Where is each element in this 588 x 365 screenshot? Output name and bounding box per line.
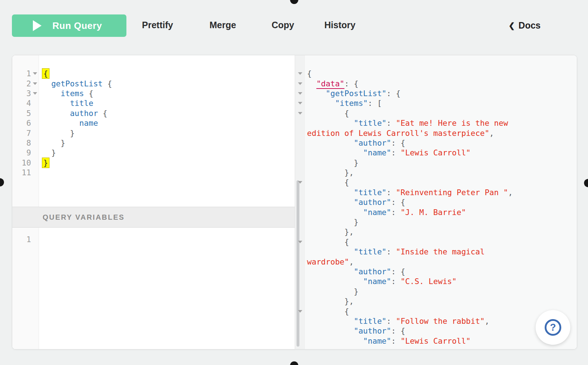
- code-text: edition of Lewis Carroll's masterpiece",: [305, 129, 494, 138]
- result-code-line[interactable]: "name": "Lewis Carroll": [295, 148, 577, 158]
- result-code-line[interactable]: }: [295, 217, 577, 227]
- fold-toggle[interactable]: [295, 72, 305, 75]
- line-number: 2: [12, 79, 31, 88]
- fold-toggle[interactable]: [295, 310, 305, 313]
- code-text: "author": {: [305, 198, 405, 207]
- query-variables-header[interactable]: QUERY VARIABLES: [12, 207, 295, 228]
- result-code-line[interactable]: "title": "Inside the magical: [295, 247, 577, 257]
- result-code-line[interactable]: edition of Lewis Carroll's masterpiece",: [295, 128, 577, 138]
- query-code-line[interactable]: 5 author {: [12, 108, 295, 118]
- result-code-line[interactable]: }: [295, 287, 577, 296]
- history-button[interactable]: History: [324, 20, 355, 30]
- result-code-line[interactable]: "author": {: [295, 267, 577, 276]
- run-query-button[interactable]: Run Query: [12, 14, 126, 37]
- fold-arrow-icon: [298, 82, 302, 85]
- query-code-line[interactable]: 9 }: [12, 148, 295, 158]
- result-code-line[interactable]: "items": [: [295, 98, 577, 108]
- code-text: "name": "J. M. Barrie": [305, 208, 466, 217]
- editor-card: 1{2 getPostList {3 items {4 title5 autho…: [12, 55, 577, 349]
- merge-button[interactable]: Merge: [209, 20, 236, 30]
- fold-toggle[interactable]: [31, 72, 39, 75]
- result-code-line[interactable]: "author": {: [295, 138, 577, 148]
- result-code-line[interactable]: "data": {: [295, 78, 577, 88]
- code-text: getPostList {: [39, 79, 112, 88]
- result-code-line[interactable]: "title": "Eat me! Here is the new: [295, 118, 577, 128]
- fold-toggle[interactable]: [295, 241, 305, 243]
- variables-lines: 1: [12, 228, 295, 244]
- selection-handle-dot: [0, 178, 4, 186]
- result-code-line[interactable]: {: [295, 69, 577, 78]
- fold-toggle[interactable]: [295, 92, 305, 95]
- selection-handle-dot: [584, 179, 588, 187]
- line-number: 10: [12, 158, 31, 167]
- result-code-line[interactable]: }: [295, 158, 577, 168]
- query-editor[interactable]: 1{2 getPostList {3 items {4 title5 autho…: [12, 55, 295, 207]
- result-code-line[interactable]: wardrobe",: [295, 257, 577, 266]
- chevron-left-icon: ❮: [509, 21, 515, 30]
- copy-button[interactable]: Copy: [272, 20, 294, 30]
- code-text: {: [305, 69, 312, 78]
- query-code-line[interactable]: 4 title: [12, 98, 295, 108]
- result-code-line[interactable]: {: [295, 237, 577, 247]
- query-code-line[interactable]: 8 }: [12, 138, 295, 148]
- fold-arrow-icon: [298, 241, 302, 243]
- code-text: }: [39, 148, 56, 157]
- code-text: "name": "C.S. Lewis": [305, 277, 457, 286]
- result-code-line[interactable]: },: [295, 168, 577, 177]
- fold-toggle[interactable]: [31, 82, 39, 85]
- code-text: }: [39, 129, 75, 138]
- result-code-line[interactable]: },: [295, 227, 577, 237]
- fold-toggle[interactable]: [295, 112, 305, 115]
- result-code-line[interactable]: "getPostList": {: [295, 89, 577, 98]
- query-pane: 1{2 getPostList {3 items {4 title5 autho…: [12, 55, 295, 349]
- code-text: "title": "Follow the rabbit",: [305, 317, 489, 326]
- result-code-line[interactable]: "title": "Follow the rabbit",: [295, 316, 577, 326]
- prettify-button[interactable]: Prettify: [142, 20, 173, 30]
- result-code-line[interactable]: "title": "Reinventing Peter Pan ",: [295, 188, 577, 197]
- fold-arrow-icon: [33, 72, 37, 75]
- code-text: },: [305, 227, 354, 236]
- result-code-line[interactable]: {: [295, 108, 577, 118]
- result-code-line[interactable]: "author": {: [295, 326, 577, 336]
- result-code-line[interactable]: {: [295, 177, 577, 187]
- help-button[interactable]: ?: [536, 310, 570, 345]
- query-code-line[interactable]: 3 items {: [12, 89, 295, 98]
- query-code-line[interactable]: 2 getPostList {: [12, 78, 295, 88]
- play-icon: [33, 20, 42, 31]
- line-number: 5: [12, 109, 31, 118]
- fold-toggle[interactable]: [295, 82, 305, 85]
- fold-toggle[interactable]: [295, 181, 305, 184]
- result-code-line[interactable]: {: [295, 306, 577, 316]
- result-code-line[interactable]: "name": "C.S. Lewis": [295, 276, 577, 286]
- query-code-line[interactable]: 1{: [12, 69, 295, 78]
- code-text: items {: [39, 89, 93, 98]
- fold-toggle[interactable]: [295, 102, 305, 104]
- query-variables-title: QUERY VARIABLES: [43, 213, 125, 222]
- code-text: }: [305, 218, 358, 227]
- result-code-line[interactable]: "name": "Lewis Carroll": [295, 336, 577, 346]
- fold-arrow-icon: [298, 112, 302, 115]
- result-code-line[interactable]: },: [295, 296, 577, 306]
- line-number: 8: [12, 138, 31, 147]
- query-code-line[interactable]: 7 }: [12, 128, 295, 138]
- docs-label: Docs: [519, 20, 541, 31]
- result-code-line[interactable]: "name": "J. M. Barrie": [295, 207, 577, 217]
- fold-arrow-icon: [298, 72, 302, 75]
- query-code-line[interactable]: 11: [12, 168, 295, 177]
- variables-editor[interactable]: 1: [12, 228, 295, 349]
- variables-code-line[interactable]: 1: [12, 235, 295, 244]
- code-text: author {: [39, 109, 107, 118]
- query-code-line[interactable]: 10}: [12, 158, 295, 168]
- code-text: {: [305, 178, 349, 187]
- code-text: {: [305, 307, 349, 316]
- result-code-line[interactable]: "author": {: [295, 197, 577, 207]
- code-text: "name": "Lewis Carroll": [305, 148, 471, 157]
- code-text: "title": "Inside the magical: [305, 247, 485, 256]
- docs-button[interactable]: ❮ Docs: [509, 20, 541, 31]
- line-number: 3: [12, 89, 31, 98]
- code-text: "title": "Eat me! Here is the new: [305, 119, 508, 128]
- fold-toggle[interactable]: [31, 92, 39, 95]
- code-text: name: [39, 119, 98, 128]
- code-text: title: [39, 99, 93, 108]
- query-code-line[interactable]: 6 name: [12, 118, 295, 128]
